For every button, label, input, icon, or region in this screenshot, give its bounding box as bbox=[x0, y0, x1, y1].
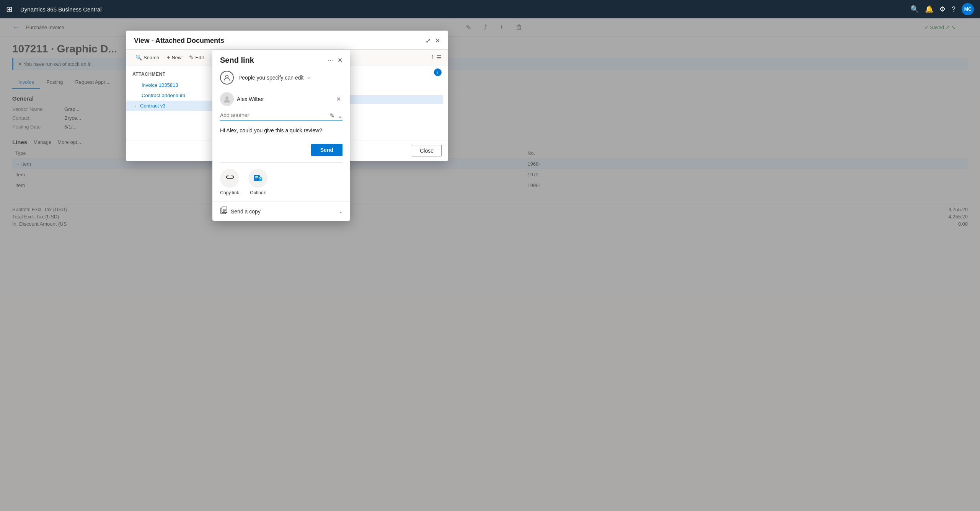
copy-link-option[interactable]: Copy link bbox=[220, 169, 239, 195]
add-another-input[interactable] bbox=[220, 111, 342, 120]
outlook-label: Outlook bbox=[250, 190, 266, 195]
svg-point-2 bbox=[229, 180, 229, 180]
attached-docs-title: View - Attached Documents bbox=[134, 37, 426, 45]
svg-rect-7 bbox=[259, 177, 262, 181]
svg-point-1 bbox=[225, 96, 228, 99]
svg-rect-4 bbox=[255, 176, 258, 177]
app-title: Dynamics 365 Business Central bbox=[20, 6, 102, 13]
permissions-text: People you specify can edit bbox=[238, 75, 303, 81]
search-label: Search bbox=[143, 55, 159, 60]
send-link-close-icon[interactable]: ✕ bbox=[338, 57, 342, 64]
attachment-link-invoice[interactable]: Invoice 1035813 bbox=[142, 82, 178, 88]
list-icon[interactable]: ☰ bbox=[437, 54, 442, 60]
send-copy-row[interactable]: Send a copy ⌄ bbox=[212, 202, 350, 221]
waffle-icon[interactable]: ⊞ bbox=[6, 5, 13, 14]
more-options-icon[interactable]: ··· bbox=[328, 57, 333, 64]
settings-icon[interactable]: ⚙ bbox=[939, 5, 946, 13]
svg-rect-3 bbox=[254, 175, 260, 181]
svg-rect-9 bbox=[222, 207, 227, 213]
recipient-avatar bbox=[220, 92, 234, 106]
recipient-remove-button[interactable]: ✕ bbox=[335, 94, 342, 104]
bell-icon[interactable]: 🔔 bbox=[925, 5, 933, 13]
expand-icon[interactable]: ⤢ bbox=[426, 37, 430, 44]
outlook-option[interactable]: Outlook bbox=[248, 169, 267, 195]
send-btn-row: Send bbox=[212, 141, 350, 162]
info-icon[interactable]: i bbox=[434, 68, 442, 76]
attachment-link-contract-addendum[interactable]: Contract addendum bbox=[142, 93, 185, 98]
edit-icon: ✎ bbox=[189, 54, 194, 60]
message-area: Hi Alex, could you give this a quick rev… bbox=[212, 124, 350, 141]
avatar[interactable]: MC bbox=[962, 3, 974, 15]
toolbar-divider bbox=[210, 54, 210, 61]
svg-rect-6 bbox=[255, 179, 257, 179]
search-button[interactable]: 🔍 Search bbox=[132, 53, 162, 62]
dialog-close-icon[interactable]: ✕ bbox=[435, 37, 440, 44]
share-toolbar-icon[interactable]: ⤴ bbox=[431, 54, 434, 60]
send-link-dialog: Send link ··· ✕ People you specify can e… bbox=[212, 50, 350, 221]
permissions-row[interactable]: People you specify can edit › bbox=[212, 68, 350, 89]
recipient-name: Alex Wilber bbox=[237, 96, 332, 102]
send-copy-label: Send a copy bbox=[231, 208, 336, 215]
permissions-arrow-icon: › bbox=[308, 75, 310, 80]
permissions-icon bbox=[220, 71, 234, 85]
search-icon: 🔍 bbox=[135, 54, 142, 60]
add-another-row: ✎ ⌄ bbox=[212, 109, 350, 124]
pencil-icon[interactable]: ✎ bbox=[329, 112, 334, 119]
new-label: New bbox=[171, 55, 181, 60]
copy-link-icon bbox=[220, 169, 239, 188]
new-button[interactable]: + New bbox=[164, 53, 184, 62]
svg-rect-5 bbox=[255, 177, 258, 178]
copy-link-label: Copy link bbox=[220, 190, 239, 195]
send-link-title: Send link bbox=[220, 56, 328, 65]
help-icon[interactable]: ? bbox=[952, 5, 956, 13]
send-copy-icon bbox=[220, 207, 228, 216]
message-text: Hi Alex, could you give this a quick rev… bbox=[220, 127, 322, 133]
share-options-row: Copy link Outlook bbox=[212, 163, 350, 202]
attachment-link-contract-v3[interactable]: Contract v3 bbox=[140, 103, 165, 109]
chevron-down-icon[interactable]: ⌄ bbox=[338, 112, 342, 119]
send-copy-chevron-icon: ⌄ bbox=[339, 209, 342, 214]
search-icon[interactable]: 🔍 bbox=[910, 5, 919, 13]
outlook-icon bbox=[248, 169, 267, 188]
edit-button[interactable]: ✎ Edit bbox=[186, 53, 207, 62]
close-button[interactable]: Close bbox=[412, 145, 442, 156]
svg-point-0 bbox=[226, 75, 228, 78]
send-button[interactable]: Send bbox=[311, 144, 342, 156]
plus-icon: + bbox=[167, 54, 170, 60]
edit-label: Edit bbox=[195, 55, 204, 60]
recipient-row: Alex Wilber ✕ bbox=[212, 89, 350, 109]
attachment-arrow-icon: → bbox=[132, 103, 137, 109]
